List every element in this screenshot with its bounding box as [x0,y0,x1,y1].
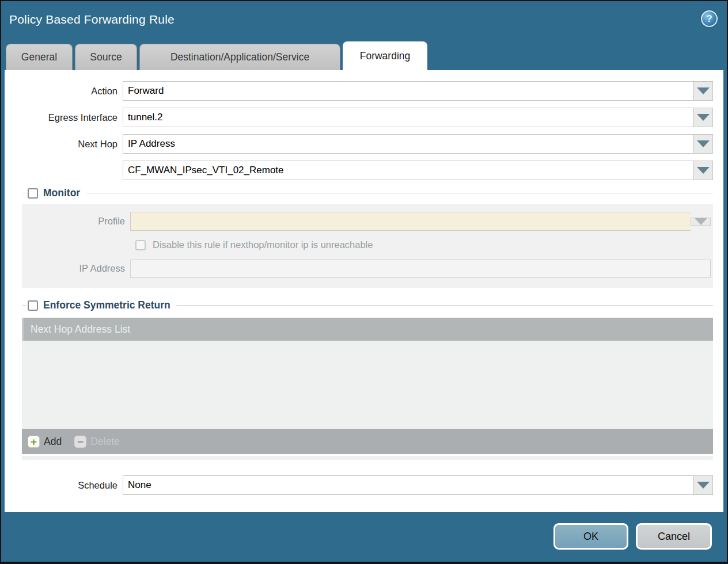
enforce-legend-label: Enforce Symmetric Return [43,299,170,311]
profile-row: Profile [22,212,711,231]
next-hop-row: Next Hop IP Address [5,134,713,154]
monitor-panel: Profile Disable this rule if nexthop/mon… [22,204,713,288]
enforce-legend-row: Enforce Symmetric Return [22,299,713,311]
minus-icon: − [74,436,86,448]
next-hop-address-dropdown-button[interactable] [693,161,713,180]
dialog-titlebar: Policy Based Forwarding Rule ? [1,1,727,40]
schedule-row: Schedule None [5,475,713,495]
page-title: Policy Based Forwarding Rule [9,13,175,26]
delete-button: − Delete [74,436,120,448]
help-button[interactable]: ? [701,10,718,27]
help-icon: ? [706,14,712,24]
table-footer-strip [22,456,713,460]
chevron-down-icon [697,114,710,121]
delete-button-label: Delete [90,436,120,448]
action-dropdown-button[interactable] [693,81,713,101]
ok-button[interactable]: OK [553,523,628,550]
ip-address-input [130,260,711,278]
tab-label: General [21,51,57,63]
divider [22,305,26,306]
schedule-select[interactable]: None [123,475,693,495]
monitor-checkbox[interactable] [28,188,38,199]
plus-icon: + [28,436,40,448]
egress-interface-label: Egress Interface [5,112,123,123]
disable-rule-label: Disable this rule if nexthop/monitor ip … [153,239,373,250]
monitor-legend-row: Monitor [22,187,713,199]
monitor-ip-address-row: IP Address [22,259,711,278]
add-button[interactable]: + Add [28,436,62,448]
next-hop-address-table: Next Hop Address List + Add − Delete [22,318,713,460]
enforce-symmetric-return-checkbox[interactable] [28,300,38,311]
profile-label: Profile [22,216,130,227]
policy-based-forwarding-dialog: Policy Based Forwarding Rule ? General S… [0,0,728,564]
next-hop-dropdown-button[interactable] [693,134,713,154]
table-body-empty [22,341,713,429]
profile-dropdown-button [691,218,711,226]
monitor-legend-label: Monitor [43,187,80,199]
egress-interface-dropdown-button[interactable] [693,108,713,127]
tab-forwarding[interactable]: Forwarding [343,41,427,70]
tab-source[interactable]: Source [75,44,137,70]
schedule-label: Schedule [5,480,123,491]
dialog-footer: OK Cancel [1,511,727,562]
tab-label: Destination/Application/Service [170,51,309,63]
divider [86,193,713,193]
monitor-section: Monitor Profile Disable this rule if nex… [22,187,713,288]
tab-label: Forwarding [360,50,411,62]
table-button-bar: + Add − Delete [22,429,713,454]
chevron-down-icon [697,140,710,147]
tab-strip: General Source Destination/Application/S… [6,41,430,70]
next-hop-select[interactable]: IP Address [123,134,693,154]
table-column-header: Next Hop Address List [22,318,713,341]
next-hop-address-row: CF_MWAN_IPsec_VTI_02_Remote [5,161,713,180]
action-select[interactable]: Forward [123,81,693,101]
tab-label: Source [90,51,122,63]
schedule-dropdown-button[interactable] [693,475,713,495]
enforce-symmetric-return-section: Enforce Symmetric Return Next Hop Addres… [22,299,713,460]
tab-destination-application-service[interactable]: Destination/Application/Service [139,44,340,70]
chevron-down-icon [697,87,710,94]
tab-general[interactable]: General [6,44,73,70]
chevron-down-icon [695,218,707,225]
divider [176,305,713,306]
chevron-down-icon [697,482,710,489]
disable-rule-checkbox [135,240,146,250]
cancel-button[interactable]: Cancel [636,523,712,550]
disable-rule-row: Disable this rule if nexthop/monitor ip … [135,239,711,250]
action-label: Action [5,86,123,97]
ip-address-label: IP Address [22,263,130,274]
next-hop-address-select[interactable]: CF_MWAN_IPsec_VTI_02_Remote [123,161,693,180]
chevron-down-icon [697,167,710,174]
egress-interface-select[interactable]: tunnel.2 [123,108,693,127]
add-button-label: Add [44,436,62,448]
next-hop-label: Next Hop [5,139,123,150]
divider [22,193,26,193]
profile-select [130,212,691,231]
forwarding-tab-panel: Action Forward Egress Interface tunnel.2… [5,70,723,512]
egress-interface-row: Egress Interface tunnel.2 [5,108,713,127]
action-row: Action Forward [5,81,713,101]
